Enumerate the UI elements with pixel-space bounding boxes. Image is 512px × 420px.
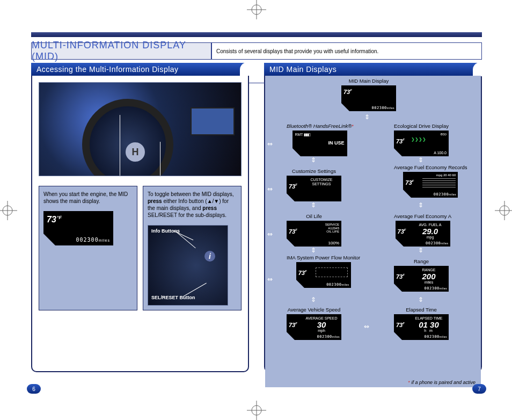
odo-value: 002300 [76,237,99,243]
left-panel: H When you start the engine, the MID sho… [31,76,249,372]
section-header-right: MID Main Displays [264,63,482,76]
node-avs-label: Average Vehicle Speed [287,307,341,313]
node-ima-label: IMA System Power Flow Monitor [287,255,360,260]
arrow-vert-icon: ⇕ [311,201,316,209]
node-customize: Customize Settings 73F CUSTOMIZESETTINGS [287,168,341,201]
node-range-label: Range [394,258,449,264]
thumb-main: 73F 002300miles [341,85,396,111]
thumb-eco: 73F eco ❯❯❯❯ A 100.0 [394,131,449,156]
right-panel: MID Main Display 73F 002300miles Bluetoo… [264,76,482,372]
page-number-right: 7 [472,384,486,394]
node-afe-a-label: Average Fuel Economy A [394,213,451,219]
node-avs: Average Vehicle Speed 73F AVERAGE SPEED3… [287,307,341,340]
node-oil: Oil Life 73F SERVICEA12345OIL LIFE 100% [287,213,341,247]
arrow-vert-icon: ⇕ [311,156,316,164]
temp-value: 73 [47,215,56,224]
arrow-vert-icon: ⇕ [418,247,423,254]
node-afe-records: Average Fuel Economy Records 73F mpg 20 … [394,165,467,198]
node-main-label: MID Main Display [341,78,396,84]
registration-mark-bottom [247,401,266,420]
node-cust-label: Customize Settings [287,168,341,174]
callout-toggle-text: To toggle between the MID displays, pres… [148,191,234,218]
thumb-oil: 73F SERVICEA12345OIL LIFE 100% [287,221,341,247]
node-elapsed: Elapsed Time 73F ELAPSED TIME01 30h m 00… [394,307,449,340]
sel-reset-label: SEL/RESET Button [151,295,195,301]
odo-unit: miles [99,238,110,242]
chapter-title-box: MULTI-INFORMATION DISPLAY (MID) [31,42,211,60]
mid-flowchart: MID Main Display 73F 002300miles Bluetoo… [265,76,481,387]
registration-mark-left [0,201,17,220]
arrow-horiz-icon: ⇔ [267,276,273,283]
arrow-horiz-icon: ⇔ [267,140,273,148]
node-eco-label: Ecological Drive Display [394,123,449,129]
arrow-horiz-icon: ⇔ [364,323,369,330]
callout-start-engine: When you start the engine, the MID shows… [39,186,137,310]
chapter-intro: Consists of several displays that provid… [211,42,482,60]
node-elapsed-label: Elapsed Time [394,307,449,313]
chapter-title: MULTI-INFORMATION DISPLAY (MID) [32,40,211,62]
callout-start-text: When you start the engine, the MID shows… [43,191,128,204]
node-afe-rec-label: Average Fuel Economy Records [394,165,467,170]
temp-unit: °F [57,215,62,220]
node-bluetooth: Bluetooth® HandsFreeLink®* RMT ▮▮▮▯ IN U… [287,123,354,156]
dashboard-photo: H [39,82,242,176]
arrow-horiz-icon: ⇔ [267,230,273,238]
nav-screen [191,107,235,135]
node-oil-label: Oil Life [287,213,341,219]
registration-mark-top [247,0,266,19]
node-range: Range 73F RANGE200miles 002300miles [394,258,449,292]
arrow-vert-icon: ⇕ [418,156,423,164]
top-rule [31,32,482,37]
page-number-left: 6 [27,384,41,394]
node-afe-a: Average Fuel Economy A 73F AVG. FUEL A29… [394,213,451,247]
arrow-horiz-icon: ⇔ [267,185,273,193]
thumb-ima: 73F 002300miles [296,262,351,288]
callout-line [160,142,160,176]
thumb-avs: 73F AVERAGE SPEED30mph 002300miles [287,314,341,340]
section-header-right-text: MID Main Displays [269,65,337,74]
mid-main-display-large: 73°F 002300miles [43,211,113,245]
callout-toggle: To toggle between the MID displays, pres… [143,186,242,310]
callout-line [120,115,120,176]
honda-logo: H [126,142,145,162]
thumb-afe-a: 73F AVG. FUEL A29.0mpg 002300miles [396,221,450,247]
arrow-down-icon: ⇕ [364,113,370,121]
node-ima: IMA System Power Flow Monitor 73F 002300… [287,255,360,288]
section-header-left: Accessing the Multi-Information Display [31,63,249,76]
info-icon: i [204,250,216,262]
footnote: * if a phone is paired and active [408,380,476,385]
node-bt-label: Bluetooth® HandsFreeLink® [287,123,352,129]
thumb-range: 73F RANGE200miles 002300miles [394,266,449,292]
node-main: MID Main Display 73F 002300miles [341,78,396,111]
thumb-afe-records: 73F mpg 20 40 60 002300miles [403,172,458,198]
arrow-vert-icon: ⇕ [311,296,316,303]
thumb-customize: 73F CUSTOMIZESETTINGS [287,176,341,201]
arrow-vert-icon: ⇕ [418,296,423,303]
chapter-intro-text: Consists of several displays that provid… [216,48,378,54]
thumb-bluetooth: RMT ▮▮▮▯ IN USE [292,131,347,156]
node-eco: Ecological Drive Display 73F eco ❯❯❯❯ A … [394,123,449,156]
arrow-vert-icon: ⇕ [418,201,423,209]
thumb-elapsed: 73F ELAPSED TIME01 30h m 002300miles [394,314,449,340]
arrow-vert-icon: ⇕ [311,247,316,254]
info-buttons-photo: Info Buttons SEL/RESET Button i [148,225,228,306]
registration-mark-right [495,201,512,220]
section-header-left-text: Accessing the Multi-Information Display [36,65,179,74]
